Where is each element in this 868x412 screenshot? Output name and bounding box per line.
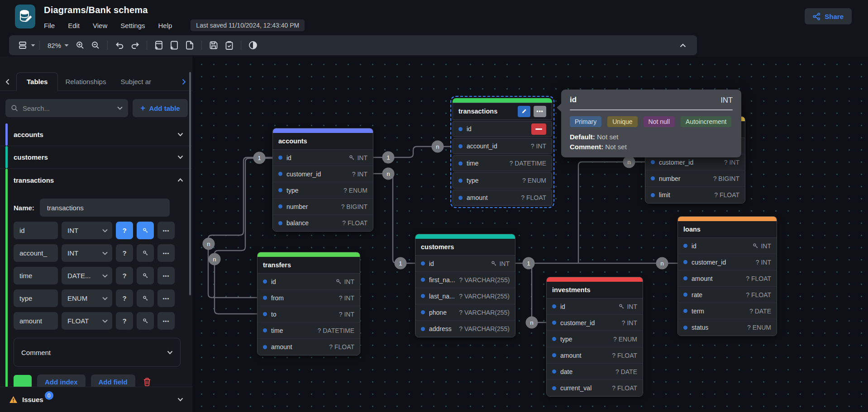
field-row-investments-type[interactable]: type? ENUM <box>547 331 643 347</box>
field-row-investments-customer_id[interactable]: customer_id? INT <box>547 315 643 331</box>
field-row-transactions-time[interactable]: time? DATETIME <box>453 155 552 171</box>
add-area-button[interactable] <box>167 38 182 53</box>
relationship-line-customers.id-credit_cards.customer_id[interactable] <box>578 162 645 263</box>
field-row-transactions-id[interactable]: id <box>453 121 552 137</box>
field-type-select[interactable]: INT <box>62 222 112 239</box>
primary-key-toggle-button[interactable] <box>137 222 154 239</box>
field-row-accounts-type[interactable]: type? ENUM <box>273 182 373 199</box>
delete-field-button[interactable] <box>531 123 546 135</box>
field-row-investments-amount[interactable]: amount? FLOAT <box>547 347 643 364</box>
table-name-input[interactable] <box>40 199 170 217</box>
table-header-transactions[interactable]: transactions••• <box>453 103 552 120</box>
zoom-level-control[interactable]: 82% <box>44 42 72 49</box>
add-note-button[interactable] <box>182 38 197 53</box>
field-row-transfers-to[interactable]: to? INT <box>258 306 360 322</box>
field-type-select[interactable]: DATE... <box>62 267 112 284</box>
table-header-loans[interactable]: loans <box>678 221 777 238</box>
field-row-customers-last_na...[interactable]: last_na...? VARCHAR(255) <box>415 288 515 304</box>
search-box[interactable] <box>5 99 128 117</box>
save-button[interactable] <box>206 38 221 53</box>
field-row-investments-current_val[interactable]: current_val? FLOAT <box>547 380 643 396</box>
field-row-transfers-time[interactable]: time? DATETIME <box>258 322 360 339</box>
search-dropdown-icon[interactable] <box>117 106 123 110</box>
field-more-options-button[interactable]: ••• <box>157 312 175 330</box>
tabs-scroll-left-icon[interactable] <box>5 79 10 85</box>
field-name-input[interactable] <box>14 267 58 284</box>
field-row-accounts-number[interactable]: number? BIGINT <box>273 199 373 215</box>
app-logo[interactable] <box>15 5 35 28</box>
menu-view[interactable]: View <box>93 22 107 29</box>
field-row-loans-term[interactable]: term? DATE <box>678 303 777 319</box>
field-row-accounts-balance[interactable]: balance? FLOAT <box>273 215 373 231</box>
field-row-loans-rate[interactable]: rate? FLOAT <box>678 287 777 303</box>
search-input[interactable] <box>23 104 113 112</box>
more-options-button[interactable]: ••• <box>534 106 546 117</box>
field-type-select[interactable]: FLOAT <box>62 312 112 330</box>
menu-file[interactable]: File <box>44 22 55 29</box>
table-header-investments[interactable]: investments <box>547 282 643 298</box>
primary-key-toggle-button[interactable] <box>137 289 154 307</box>
add-table-button[interactable] <box>151 38 167 53</box>
tab-relationships[interactable]: Relationships <box>58 73 113 90</box>
field-row-customers-first_na...[interactable]: first_na...? VARCHAR(255) <box>415 272 515 288</box>
field-more-options-button[interactable]: ••• <box>157 289 175 307</box>
field-row-transfers-id[interactable]: idINT <box>258 274 360 290</box>
sidebar-item-transactions[interactable]: transactions <box>0 169 192 191</box>
canvas-table-loans[interactable]: loansidINTcustomer_id? INTamount? FLOATr… <box>677 216 777 336</box>
delete-table-button[interactable] <box>143 377 152 387</box>
nullable-toggle-button[interactable]: ? <box>116 222 133 239</box>
field-name-input[interactable] <box>14 244 58 262</box>
table-header-transfers[interactable]: transfers <box>258 257 360 274</box>
table-header-customers[interactable]: customers <box>415 239 515 256</box>
sidebar-scrollbar[interactable] <box>189 72 191 295</box>
field-row-transactions-type[interactable]: type? ENUM <box>453 172 552 189</box>
tabs-scroll-right-icon[interactable] <box>182 79 186 85</box>
table-header-accounts[interactable]: accounts <box>273 133 373 150</box>
field-row-credit_cards-limit[interactable]: limit? FLOAT <box>645 187 745 203</box>
canvas[interactable]: accountsidINTcustomer_id? INTtype? ENUMn… <box>192 57 868 412</box>
field-row-accounts-id[interactable]: idINT <box>273 150 373 166</box>
canvas-table-customers[interactable]: customersidINTfirst_na...? VARCHAR(255)l… <box>415 234 515 337</box>
field-row-transfers-from[interactable]: from? INT <box>258 290 360 306</box>
sidebar-item-accounts[interactable]: accounts <box>0 123 192 146</box>
primary-key-toggle-button[interactable] <box>137 244 154 262</box>
chevron-up-icon[interactable] <box>177 178 183 182</box>
field-more-options-button[interactable]: ••• <box>157 222 175 239</box>
field-row-loans-id[interactable]: idINT <box>678 238 777 254</box>
field-row-investments-id[interactable]: idINT <box>547 298 643 315</box>
field-row-transfers-amount[interactable]: amount? FLOAT <box>258 339 360 355</box>
canvas-table-transactions[interactable]: transactions•••idaccount_id? INTtime? DA… <box>450 96 554 208</box>
canvas-table-accounts[interactable]: accountsidINTcustomer_id? INTtype? ENUMn… <box>272 128 373 232</box>
menu-edit[interactable]: Edit <box>68 22 80 29</box>
nullable-toggle-button[interactable]: ? <box>116 289 133 307</box>
sidebar-item-customers[interactable]: customers <box>0 146 192 169</box>
undo-button[interactable] <box>112 38 127 53</box>
field-more-options-button[interactable]: ••• <box>157 244 175 262</box>
theme-toggle-button[interactable] <box>245 38 261 53</box>
save-as-button[interactable] <box>221 38 237 53</box>
field-row-credit_cards-number[interactable]: number? BIGINT <box>645 170 745 187</box>
issues-bar[interactable]: Issues 0 <box>0 387 192 412</box>
share-button[interactable]: Share <box>805 8 852 24</box>
relationship-line-customers.id-investments.customer_id[interactable] <box>532 263 546 322</box>
relationship-line-accounts.customer_id-customers.id[interactable] <box>373 174 415 263</box>
nullable-toggle-button[interactable]: ? <box>116 244 133 262</box>
chevron-down-icon[interactable] <box>177 133 183 137</box>
field-row-customers-id[interactable]: idINT <box>415 256 515 272</box>
field-row-loans-amount[interactable]: amount? FLOAT <box>678 270 777 287</box>
nullable-toggle-button[interactable]: ? <box>116 312 133 330</box>
zoom-out-button[interactable] <box>88 38 103 53</box>
canvas-table-transfers[interactable]: transfersidINTfrom? INTto? INTtime? DATE… <box>257 252 360 355</box>
view-mode-caret-icon[interactable] <box>31 44 35 47</box>
field-row-customers-address[interactable]: address? VARCHAR(255) <box>415 321 515 337</box>
primary-key-toggle-button[interactable] <box>137 312 154 330</box>
field-type-select[interactable]: ENUM <box>62 289 112 307</box>
menu-settings[interactable]: Settings <box>120 22 145 29</box>
collapse-toolbar-button[interactable] <box>675 38 691 53</box>
field-type-select[interactable]: INT <box>62 244 112 262</box>
field-row-transactions-account_id[interactable]: account_id? INT <box>453 138 552 154</box>
menu-help[interactable]: Help <box>158 22 172 29</box>
field-name-input[interactable] <box>14 312 58 330</box>
field-row-transactions-amount[interactable]: amount? FLOAT <box>453 189 552 206</box>
tab-subject-areas[interactable]: Subject ar <box>113 73 158 90</box>
